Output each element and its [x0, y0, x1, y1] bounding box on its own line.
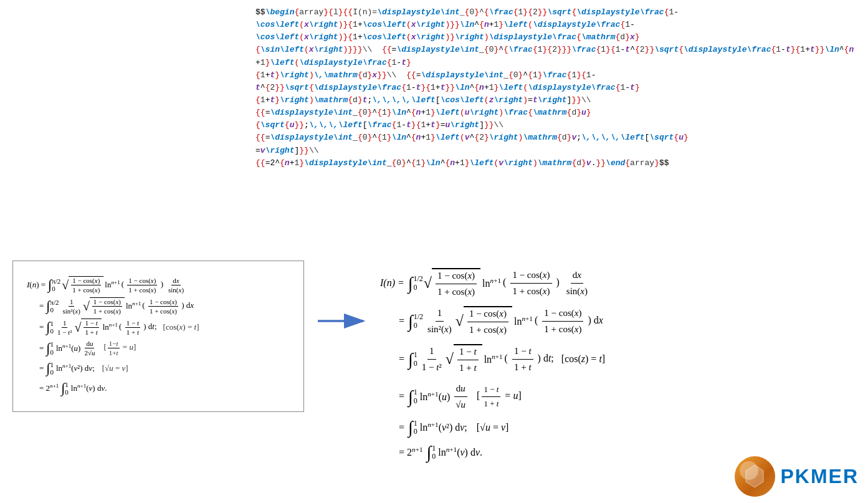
- frac-sin2: 1 sin²(x): [62, 298, 82, 315]
- frac-1mt2: 1 1 − t²: [56, 319, 74, 336]
- math-box: I(n) = ∫ π/2 0 √ 1 − cos(x) 1 + cos(x) l…: [12, 261, 304, 412]
- r-sqrt-1: √ 1 − cos(x) 1 + cos(x): [424, 268, 480, 299]
- code-line-9: {\sqrt{u}};\,\,\,\left[\frac{1-t}{1+t}=u…: [255, 119, 856, 132]
- r-eq-5: =: [399, 421, 404, 434]
- eq-3: =: [39, 322, 44, 332]
- sqrt-3: √ 1 − t 1 + t: [74, 319, 101, 336]
- code-line-12: {{=2^{n+1}\displaystyle\int_{0}^{1}\ln^{…: [255, 157, 856, 170]
- eq-2: =: [39, 301, 44, 311]
- int-limits-6: 1 0: [65, 381, 69, 396]
- sqrt-1: √ 1 − cos(x) 1 + cos(x): [62, 276, 103, 294]
- paren-frac-2: ( 1 − cos(x) 1 + cos(x) ) dx: [142, 298, 194, 315]
- r-ln-2: lnn+1: [514, 314, 533, 329]
- ln-2: lnn+1: [126, 300, 141, 311]
- r-frac-sin2: 1 sin²(x): [426, 307, 454, 336]
- pkmer-text: PKMER: [780, 465, 859, 488]
- ln5: lnn+1(v²) dv;: [56, 363, 95, 373]
- svg-marker-2: [746, 465, 763, 487]
- code-line-4: {\sin\left(x\right)}}}\\ {{=\displaystyl…: [255, 44, 856, 69]
- r-paren-1: ( 1 − cos(x) 1 + cos(x) ): [503, 269, 560, 298]
- int-limits-1: π/2 0: [52, 277, 60, 292]
- r-limits-5: 1 0: [414, 419, 417, 436]
- code-section: $$\begin{array}{l}{{I(n)=\displaystyle\i…: [243, 0, 868, 176]
- r-ln-3: lnn+1: [484, 352, 503, 367]
- ln6: lnn+1(v) dv.: [71, 383, 107, 393]
- code-line-8: {{=\displaystyle\int_{0}^{1}\ln^{n+1}\le…: [255, 107, 856, 119]
- comment-4: [1−t1+t = u]: [103, 340, 136, 357]
- int-limits-2: π/2 0: [50, 299, 59, 314]
- comment-5: [√u = v]: [102, 363, 128, 373]
- int-limits-5: 1 0: [50, 361, 54, 376]
- r-integral-4: ∫: [408, 388, 413, 406]
- code-line-6: t^{2}}\sqrt{\displaystyle\frac{1-t}{1+t}…: [255, 82, 856, 94]
- r-sqrt-2: √ 1 − cos(x) 1 + cos(x): [455, 306, 512, 337]
- r-limits-3: 1 0: [414, 351, 417, 367]
- r-ln-6: lnn+1(v) dv.: [438, 445, 482, 460]
- r-comment-3: [cos(z) = t]: [561, 352, 605, 366]
- sqrt-2: √ 1 − cos(x) 1 + cos(x): [83, 297, 125, 315]
- code-line-10: {{=\displaystyle\int_{0}^{1}\ln^{n+1}\le…: [255, 132, 856, 144]
- code-line-11: =v\right]}}\\: [255, 145, 856, 157]
- paren-frac-1: ( 1 − cos(x) 1 + cos(x) ): [122, 277, 163, 294]
- r-integral-6: ∫: [427, 444, 432, 461]
- r-eq-6: = 2n+1: [399, 445, 423, 460]
- code-line-5: {1+t}\right)\,\mathrm{d}x}}\\ {{=\displa…: [255, 69, 856, 82]
- ln-1: lnn+1: [105, 279, 120, 290]
- r-ln-5: lnn+1(v²) dv;: [420, 420, 467, 435]
- r-frac-du: du √u: [454, 382, 467, 411]
- ln4: lnn+1(u): [56, 343, 81, 353]
- r-dx-sinx: dx sin(x): [563, 269, 591, 298]
- r-comment-4: [1 − t1 + t = u]: [477, 384, 522, 410]
- code-line-1: $$\begin{array}{l}{{I(n)=\displaystyle\i…: [255, 6, 856, 19]
- eq-5: =: [39, 363, 44, 373]
- eq-4: =: [39, 343, 44, 353]
- dx-sinx: dx sin(x): [166, 277, 186, 294]
- int-limits-4: 1 0: [50, 340, 54, 355]
- ln-3: lnn+1: [103, 322, 118, 332]
- arrow-container: [312, 305, 374, 337]
- code-line-3: \cos\left(x\right)}{1+\cos\left(x\right)…: [255, 31, 856, 44]
- r-label-In: I(n) =: [380, 276, 404, 290]
- r-eq-2: =: [399, 314, 404, 328]
- r-integral-5: ∫: [408, 419, 413, 436]
- r-ln-1: lnn+1: [482, 276, 501, 291]
- paren-3: ( 1 − t 1 + t ) dt;: [119, 319, 156, 336]
- r-eq-4: =: [399, 390, 404, 403]
- r-limits-2: 1/2 0: [414, 313, 423, 329]
- r-sqrt-3: √ 1 − t 1 + t: [446, 344, 482, 375]
- arrow-svg: [315, 309, 371, 333]
- r-paren-2: ( 1 − cos(x) 1 + cos(x) ) dx: [535, 307, 603, 336]
- r-frac-1mt2: 1 1 − t²: [420, 345, 444, 374]
- r-limits-1: 1/2 0: [413, 275, 422, 291]
- code-line-2: \cos\left(x\right)}{1+\cos\left(x\right)…: [255, 19, 856, 31]
- r-limits-6: 1 0: [432, 444, 436, 461]
- frac-du-sqrtu: du 2√u: [83, 340, 96, 357]
- eq-6: = 2n+1: [39, 383, 59, 393]
- r-limits-4: 1 0: [414, 388, 417, 405]
- code-line-7: {1+t}\right)\mathrm{d}t;\,\,\,\,\left[\c…: [255, 94, 856, 107]
- r-paren-3: ( 1 − t 1 + t ) dt;: [505, 345, 554, 374]
- math-display-right: I(n) = ∫ 1/2 0 √ 1 − cos(x) 1 + cos(x) l…: [380, 261, 856, 469]
- pkmer-logo: PKMER: [735, 456, 859, 497]
- r-integral-1: ∫: [408, 275, 413, 292]
- r-eq-3: =: [399, 352, 404, 366]
- r-comment-5: [√u = v]: [477, 421, 509, 434]
- r-integral-2: ∫: [408, 313, 413, 330]
- pkmer-icon: [735, 456, 775, 497]
- r-ln-4: lnn+1(u): [420, 390, 451, 405]
- math-label-In: I(n) =: [27, 280, 45, 290]
- comment-3: [cos(x) = t]: [163, 322, 199, 332]
- int-limits-3: 1 0: [50, 320, 54, 335]
- r-integral-3: ∫: [408, 351, 413, 368]
